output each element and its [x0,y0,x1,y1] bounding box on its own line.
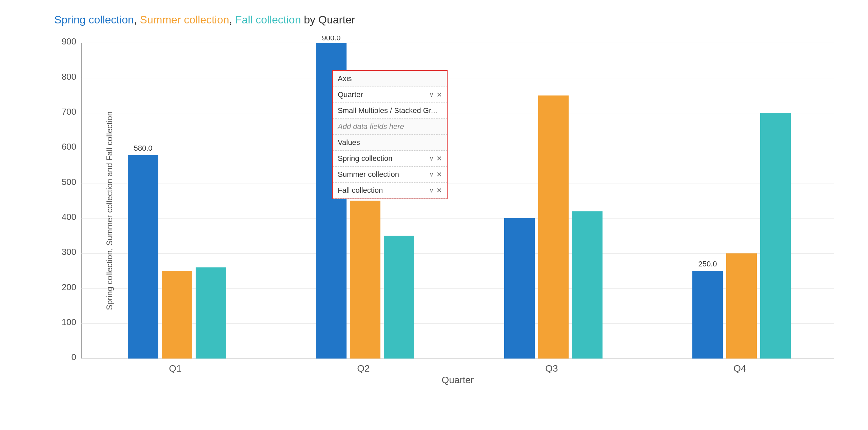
summer-remove-icon[interactable]: ✕ [436,170,442,179]
bar-q4-summer[interactable] [726,253,757,358]
bar-q4-spring[interactable] [692,271,723,358]
summer-label: Summer collection [140,14,229,26]
svg-text:400: 400 [62,212,76,222]
quarter-remove-icon[interactable]: ✕ [436,91,442,99]
chart-container: Spring collection, Summer collection, Fa… [0,0,868,430]
spring-label: Spring collection [54,14,134,26]
bar-q3-summer[interactable] [538,95,569,358]
field-well-axis-title: Axis [333,71,447,87]
bar-q2-fall[interactable] [384,236,414,359]
quarter-chevron-icon[interactable]: ∨ [429,91,434,98]
svg-text:800: 800 [62,72,76,81]
summer-chevron-icon[interactable]: ∨ [429,171,434,178]
fall-item-text: Fall collection [338,186,383,195]
chart-area: Spring collection, Summer collection and… [54,36,848,385]
svg-text:900.0: 900.0 [322,36,340,42]
spring-item-controls: ∨ ✕ [429,154,442,163]
bar-q3-spring[interactable] [504,218,535,358]
field-well-summer-item[interactable]: Summer collection ∨ ✕ [333,167,447,183]
field-well-add-data-placeholder[interactable]: Add data fields here [333,119,447,135]
field-well-quarter-item[interactable]: Quarter ∨ ✕ [333,87,447,103]
fall-remove-icon[interactable]: ✕ [436,186,442,194]
spring-remove-icon[interactable]: ✕ [436,154,442,163]
bar-q4-fall[interactable] [760,113,791,358]
fall-label: Fall collection [235,14,301,26]
svg-text:Quarter: Quarter [442,375,474,385]
field-well-panel: Axis Quarter ∨ ✕ Small Multiples / Stack… [332,70,448,199]
bar-q1-spring[interactable] [128,155,158,358]
svg-text:Q1: Q1 [169,363,181,374]
field-well-small-multiples-item: Small Multiples / Stacked Gr... [333,103,447,119]
quarter-item-controls: ∨ ✕ [429,91,442,99]
field-well-fall-item[interactable]: Fall collection ∨ ✕ [333,183,447,199]
bar-q1-fall[interactable] [196,267,226,359]
bar-q1-summer[interactable] [162,271,192,358]
svg-text:Q2: Q2 [357,363,370,374]
quarter-item-text: Quarter [338,90,363,99]
bar-q3-fall[interactable] [572,211,603,358]
field-well-values-title: Values [333,135,447,151]
spring-item-text: Spring collection [338,154,392,163]
svg-text:100: 100 [62,317,76,327]
chart-title: Spring collection, Summer collection, Fa… [54,14,848,26]
svg-text:Q3: Q3 [545,363,558,374]
svg-text:900: 900 [62,37,76,46]
svg-text:Q4: Q4 [733,363,746,374]
field-well-spring-item[interactable]: Spring collection ∨ ✕ [333,151,447,167]
chart-svg: .axis-text { font-family: 'Segoe UI', Ar… [54,36,848,385]
spring-chevron-icon[interactable]: ∨ [429,155,434,162]
svg-text:500: 500 [62,177,76,187]
fall-item-controls: ∨ ✕ [429,186,442,194]
svg-text:0: 0 [72,353,76,362]
svg-text:700: 700 [62,107,76,116]
small-multiples-text: Small Multiples / Stacked Gr... [338,106,437,115]
fall-chevron-icon[interactable]: ∨ [429,187,434,194]
svg-text:600: 600 [62,142,76,152]
svg-text:580.0: 580.0 [134,144,152,152]
svg-text:300: 300 [62,247,76,257]
y-axis-label: Spring collection, Summer collection and… [105,111,114,310]
svg-text:200: 200 [62,282,76,292]
summer-item-controls: ∨ ✕ [429,170,442,179]
summer-item-text: Summer collection [338,170,399,179]
svg-text:250.0: 250.0 [698,260,717,268]
bar-q2-summer[interactable] [350,201,380,358]
